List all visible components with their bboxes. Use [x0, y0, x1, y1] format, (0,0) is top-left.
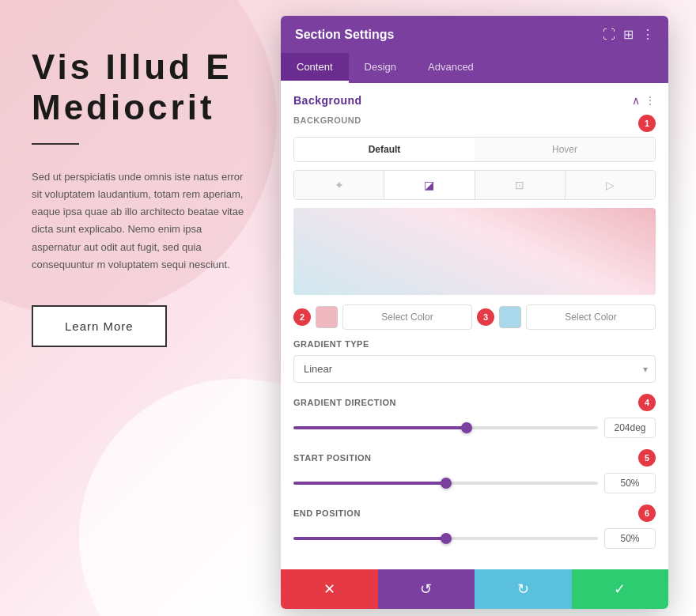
panel-body: Background ∧ ⋮ Background 1 Default Hove…	[281, 83, 668, 569]
gradient-direction-row: Gradient Direction 4 204deg	[293, 394, 656, 438]
start-position-value[interactable]: 50%	[604, 473, 656, 493]
tab-design[interactable]: Design	[349, 53, 412, 83]
start-position-fill	[293, 482, 446, 485]
start-position-thumb[interactable]	[441, 478, 452, 489]
end-position-value[interactable]: 50%	[604, 528, 656, 549]
color-select-btn-2[interactable]: Select Color	[526, 304, 656, 330]
badge-3: 3	[477, 308, 494, 326]
badge-6: 6	[638, 505, 656, 522]
panel-header-icons: ⛶ ⊞ ⋮	[603, 27, 654, 42]
gradient-direction-label: Gradient Direction	[293, 398, 396, 407]
background-section: Background ∧ ⋮ Background 1 Default Hove…	[281, 83, 668, 569]
state-tabs: Default Hover	[293, 137, 656, 162]
start-position-slider-row: 50%	[293, 473, 656, 493]
gradient-type-row: Gradient Type Linear Radial ▾	[293, 339, 656, 383]
page-divider	[32, 143, 79, 145]
gradient-type-select[interactable]: Linear Radial	[293, 355, 656, 383]
gradient-direction-slider-row: 204deg	[293, 418, 656, 438]
badge-2: 2	[293, 308, 311, 326]
badge-4: 4	[638, 394, 656, 411]
fullscreen-icon[interactable]: ⛶	[603, 28, 615, 42]
end-position-track	[293, 537, 598, 540]
background-label: Background	[293, 115, 361, 125]
columns-icon[interactable]: ⊞	[623, 27, 634, 42]
save-button[interactable]: ✓	[572, 569, 669, 609]
end-position-thumb[interactable]	[441, 533, 452, 544]
collapse-icon[interactable]: ∧	[632, 94, 640, 107]
panel-header: Section Settings ⛶ ⊞ ⋮	[281, 16, 668, 53]
gradient-direction-track	[293, 426, 598, 429]
start-position-row: Start Position 5 50%	[293, 449, 656, 493]
panel-footer: ✕ ↺ ↻ ✓	[281, 569, 668, 609]
start-position-label: Start Position	[293, 453, 371, 463]
end-position-label: End Position	[293, 508, 361, 518]
tab-advanced[interactable]: Advanced	[412, 53, 490, 83]
state-tab-hover[interactable]: Hover	[475, 138, 655, 161]
gradient-type-select-wrapper: Linear Radial ▾	[293, 355, 656, 383]
gradient-direction-thumb[interactable]	[461, 422, 472, 433]
badge-1: 1	[638, 115, 656, 132]
page-content: Vis Illud E Mediocrit Sed ut perspiciati…	[0, 0, 285, 616]
section-title: Background	[293, 94, 362, 107]
gradient-direction-value[interactable]: 204deg	[604, 418, 656, 438]
panel-tabs: Content Design Advanced	[281, 53, 668, 83]
color-select-btn-1[interactable]: Select Color	[342, 304, 472, 330]
section-settings-panel: Section Settings ⛶ ⊞ ⋮ Content Design Ad…	[281, 16, 668, 609]
section-controls: ∧ ⋮	[632, 94, 656, 107]
end-position-row: End Position 6 50%	[293, 505, 656, 549]
learn-more-button[interactable]: Learn More	[32, 305, 167, 347]
type-image-btn[interactable]: ⊡	[475, 171, 566, 199]
state-tab-default[interactable]: Default	[294, 138, 475, 161]
type-none-btn[interactable]: ✦	[294, 171, 384, 199]
section-header: Background ∧ ⋮	[293, 94, 656, 107]
tab-content[interactable]: Content	[281, 53, 349, 83]
gradient-preview	[293, 208, 656, 295]
cancel-button[interactable]: ✕	[281, 569, 378, 609]
color-selectors-row: 2 Select Color 3 Select Color	[293, 304, 656, 330]
color-swatch-2[interactable]	[499, 306, 521, 328]
end-position-fill	[293, 537, 446, 540]
section-options-icon[interactable]: ⋮	[645, 94, 656, 107]
type-gradient-btn[interactable]: ◪	[384, 171, 475, 199]
gradient-type-label: Gradient Type	[293, 339, 656, 349]
page-title: Vis Illud E Mediocrit	[32, 47, 253, 127]
undo-button[interactable]: ↺	[378, 569, 475, 609]
end-position-slider-row: 50%	[293, 528, 656, 549]
type-icon-row: ✦ ◪ ⊡ ▷	[293, 170, 656, 200]
panel-title: Section Settings	[295, 28, 394, 42]
type-video-btn[interactable]: ▷	[566, 171, 655, 199]
start-position-track	[293, 482, 598, 485]
more-icon[interactable]: ⋮	[641, 27, 654, 42]
gradient-direction-fill	[293, 426, 467, 429]
page-body: Sed ut perspiciatis unde omnis iste natu…	[32, 168, 253, 274]
redo-button[interactable]: ↻	[475, 569, 572, 609]
badge-5: 5	[638, 449, 656, 467]
color-swatch-1[interactable]	[316, 306, 338, 328]
